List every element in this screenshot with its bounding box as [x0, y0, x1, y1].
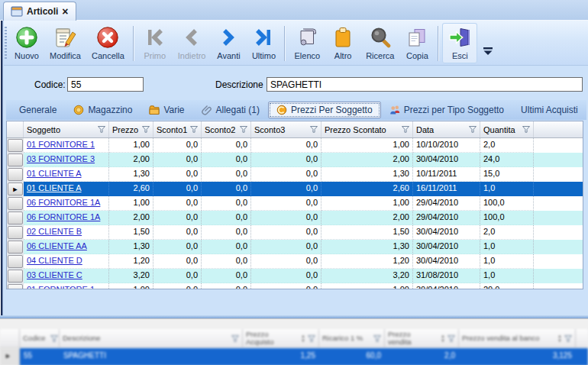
cell-soggetto[interactable]: 01 FORNITORE 1 — [24, 138, 109, 153]
cell-data[interactable]: 29/04/2010 — [413, 211, 480, 225]
esci-button[interactable]: Esci — [442, 23, 477, 63]
tab-ultimi-acquisti[interactable]: Ultimi Acquisti — [512, 102, 586, 118]
cell-prezzo[interactable]: 1,00 — [109, 283, 153, 289]
table-row[interactable]: 06 CLIENTE AA1,300,00,00,01,3030/04/2010… — [7, 240, 583, 254]
cell-quantita[interactable]: 1,0 — [480, 182, 534, 196]
table-row[interactable]: 03 FORNITORE 32,000,00,00,02,0030/04/201… — [7, 153, 583, 167]
cell-sconto2[interactable]: 0,0 — [202, 225, 251, 240]
cell-sconto3[interactable]: 0,0 — [251, 211, 321, 225]
table-row[interactable]: 04 CLIENTE D1,200,00,00,01,2030/04/20101… — [7, 254, 583, 269]
filter-icon[interactable] — [308, 335, 315, 342]
cell-soggetto[interactable]: 06 CLIENTE AA — [24, 240, 109, 254]
ultimo-button[interactable]: Ultimo — [246, 23, 281, 63]
column-header-quantita[interactable]: Quantita — [480, 121, 534, 137]
filter-icon[interactable] — [98, 126, 105, 133]
tab-allegati[interactable]: Allegati (1) — [193, 102, 268, 118]
cell-soggetto[interactable]: 06 FORNITORE 1A — [24, 211, 109, 225]
nuovo-button[interactable]: Nuovo — [9, 23, 44, 63]
cell-prezzo[interactable]: 1,30 — [109, 167, 153, 182]
cell-sconto3[interactable]: 0,0 — [251, 254, 321, 269]
bg-column-ricarico[interactable]: Ricarico 1 % — [319, 329, 385, 347]
cell-soggetto[interactable]: 03 FORNITORE 3 — [24, 153, 109, 167]
row-header-button[interactable] — [7, 153, 24, 167]
cell-sconto3[interactable]: 0,0 — [251, 225, 321, 240]
column-header-soggetto[interactable]: Soggetto — [24, 121, 109, 137]
cell-prezzo[interactable]: 1,50 — [109, 225, 153, 240]
cell-soggetto[interactable]: 01 CLIENTE A — [24, 182, 109, 196]
copia-button[interactable]: Copia — [399, 23, 435, 63]
cell-prezzo-scontato[interactable]: 1,30 — [321, 240, 413, 254]
cell-sconto3[interactable]: 0,0 — [251, 138, 321, 153]
sort-icon[interactable]: ▲▼ — [301, 334, 305, 343]
cell-quantita[interactable]: 100,0 — [480, 196, 534, 211]
row-header-button[interactable] — [7, 225, 24, 240]
row-header-button[interactable] — [7, 254, 24, 269]
cell-prezzo-scontato[interactable]: 2,00 — [321, 211, 413, 225]
row-header-button[interactable] — [7, 211, 24, 225]
filter-icon[interactable] — [447, 335, 455, 342]
bg-column-prezzo-vendita[interactable]: Prezzo vendita▲▼ — [385, 329, 459, 347]
close-icon[interactable]: × — [62, 7, 68, 16]
filter-icon[interactable] — [310, 126, 318, 133]
cell-data[interactable]: 30/04/2010 — [413, 254, 480, 269]
cell-sconto1[interactable]: 0,0 — [153, 167, 202, 182]
cell-prezzo-scontato[interactable]: 1,00 — [321, 283, 413, 289]
toolbar-overflow-button[interactable] — [480, 45, 496, 57]
cell-sconto1[interactable]: 0,0 — [153, 240, 202, 254]
cell-quantita[interactable]: 2,0 — [480, 138, 534, 153]
column-header-prezzo[interactable]: Prezzo — [109, 121, 153, 137]
column-header-sconto3[interactable]: Sconto3 — [251, 121, 321, 137]
cell-data[interactable]: 30/04/2010 — [413, 153, 480, 167]
cell-sconto3[interactable]: 0,0 — [251, 283, 321, 289]
filter-icon[interactable] — [469, 126, 477, 133]
cell-sconto1[interactable]: 0,0 — [153, 225, 202, 240]
cell-soggetto[interactable]: 03 CLIENTE C — [24, 269, 109, 283]
cell-prezzo[interactable]: 3,20 — [109, 269, 153, 283]
cell-quantita[interactable]: 24,0 — [480, 153, 534, 167]
cell-sconto3[interactable]: 0,0 — [251, 167, 321, 182]
cell-prezzo[interactable]: 1,00 — [109, 196, 153, 211]
cell-prezzo-scontato[interactable]: 1,20 — [321, 254, 413, 269]
cell-sconto1[interactable]: 0,0 — [153, 138, 202, 153]
column-header-sconto2[interactable]: Sconto2 — [202, 121, 251, 137]
cell-prezzo[interactable]: 2,60 — [109, 182, 153, 196]
bg-column-descrizione[interactable]: Descrizione — [60, 329, 243, 347]
column-header-sconto1[interactable]: Sconto1 — [153, 121, 202, 137]
filter-icon[interactable] — [240, 126, 247, 133]
table-row[interactable]: 06 FORNITORE 1A1,000,00,00,01,0029/04/20… — [7, 196, 583, 211]
tab-generale[interactable]: Generale — [11, 102, 65, 118]
table-row[interactable]: 06 FORNITORE 1A2,000,00,00,02,0029/04/20… — [7, 211, 583, 225]
cell-sconto3[interactable]: 0,0 — [251, 196, 321, 211]
cell-sconto1[interactable]: 0,0 — [153, 269, 202, 283]
filter-icon[interactable] — [190, 126, 198, 133]
bg-column-prezzo-acquisto[interactable]: Prezzo Acquisto▲▼ — [243, 329, 319, 347]
table-row[interactable]: 01 FORNITORE 11,000,00,00,01,0030/04/201… — [7, 283, 583, 289]
bg-column-codice[interactable]: Codice — [20, 329, 60, 347]
cell-prezzo-scontato[interactable]: 1,30 — [321, 167, 413, 182]
sort-icon[interactable]: ▲▼ — [441, 334, 445, 343]
cell-soggetto[interactable]: 01 CLIENTE A — [24, 167, 109, 182]
cell-quantita[interactable]: 2,0 — [480, 225, 534, 240]
tab-magazzino[interactable]: Magazzino — [65, 102, 141, 118]
table-row[interactable]: 01 FORNITORE 11,000,00,00,01,0010/10/201… — [7, 138, 583, 153]
codice-input[interactable] — [67, 77, 144, 92]
tab-prezzi-per-soggetto[interactable]: Prezzi Per Soggetto — [268, 102, 381, 118]
cell-sconto2[interactable]: 0,0 — [202, 138, 251, 153]
cell-quantita[interactable]: 15,0 — [480, 167, 534, 182]
cell-sconto1[interactable]: 0,0 — [153, 196, 202, 211]
cell-data[interactable]: 10/10/2010 — [413, 138, 480, 153]
cell-quantita[interactable]: 20,0 — [480, 283, 534, 289]
cell-data[interactable]: 16/11/2011 — [413, 182, 480, 196]
table-row[interactable]: 02 CLIENTE B1,500,00,00,01,5030/04/20102… — [7, 225, 583, 240]
cell-soggetto[interactable]: 02 CLIENTE B — [24, 225, 109, 240]
cell-prezzo-scontato[interactable]: 1,50 — [321, 225, 413, 240]
cell-soggetto[interactable]: 06 FORNITORE 1A — [24, 196, 109, 211]
row-header-button[interactable] — [7, 167, 24, 182]
filter-icon[interactable] — [231, 335, 239, 342]
background-selected-row[interactable]: ► 55 SPAGHETTI 1,25 60,0 2,0 3,125 — [0, 348, 588, 365]
cell-prezzo[interactable]: 1,30 — [109, 240, 153, 254]
cell-sconto2[interactable]: 0,0 — [202, 240, 251, 254]
cell-sconto3[interactable]: 0,0 — [251, 269, 321, 283]
cell-prezzo-scontato[interactable]: 3,20 — [321, 269, 413, 283]
cell-sconto1[interactable]: 0,0 — [153, 254, 202, 269]
